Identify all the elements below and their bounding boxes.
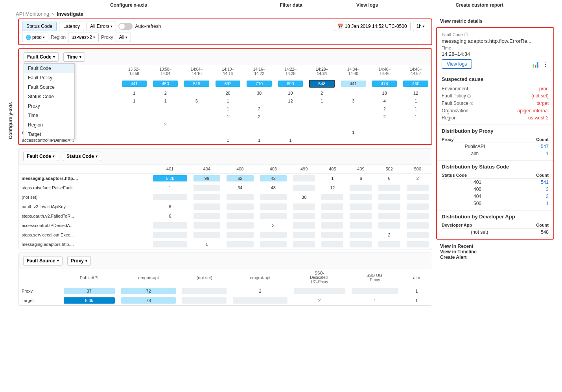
more-options-icon[interactable]: ⋮ bbox=[542, 60, 549, 68]
fault-code-dropdown-2[interactable]: Fault Code ▾ bbox=[23, 152, 58, 161]
cell[interactable]: 1 bbox=[306, 97, 337, 105]
cell[interactable]: 1 bbox=[119, 89, 150, 97]
cell[interactable]: 20 bbox=[212, 89, 243, 97]
cell[interactable]: 37 bbox=[61, 286, 118, 296]
cell[interactable]: 2 bbox=[369, 105, 400, 113]
cell[interactable]: 1 bbox=[150, 97, 181, 105]
proxy-dropdown-3[interactable]: Proxy ▾ bbox=[67, 256, 91, 266]
status-code-dropdown-2[interactable]: Status Code ▾ bbox=[63, 152, 101, 161]
proxy-dropdown[interactable]: All ▾ bbox=[116, 33, 131, 42]
cell[interactable]: 1 bbox=[318, 174, 346, 183]
cell[interactable]: 1 bbox=[212, 136, 243, 144]
cell[interactable]: 34 bbox=[223, 183, 257, 192]
cell[interactable]: 690 bbox=[275, 78, 306, 90]
cell[interactable]: 5.3k bbox=[61, 296, 118, 305]
dropdown-time[interactable]: Time bbox=[24, 111, 74, 120]
cell[interactable]: 3 bbox=[257, 221, 290, 230]
fault-code-dropdown-1[interactable]: Fault Code ▾ bbox=[24, 52, 59, 62]
region-dropdown[interactable]: us-west-2 ▾ bbox=[68, 33, 99, 42]
cell[interactable]: 2 bbox=[243, 105, 275, 113]
cell[interactable]: 710 bbox=[243, 78, 275, 90]
s2-col-2: 400 bbox=[223, 165, 257, 174]
proxy-row-label: Proxy bbox=[18, 286, 61, 296]
cell[interactable]: 78 bbox=[118, 296, 179, 305]
cell[interactable]: 6 bbox=[375, 174, 404, 183]
cell[interactable]: 2 bbox=[375, 230, 404, 240]
cell[interactable]: 1 bbox=[119, 97, 150, 105]
cell[interactable]: 1 bbox=[243, 136, 275, 144]
cell[interactable]: 96 bbox=[190, 174, 224, 183]
dropdown-proxy[interactable]: Proxy bbox=[24, 101, 74, 111]
dropdown-target[interactable]: Target bbox=[24, 130, 74, 139]
cell[interactable]: 1 bbox=[275, 136, 306, 144]
cell[interactable]: 450 bbox=[150, 78, 181, 90]
cell[interactable]: 10 bbox=[275, 89, 306, 97]
cell[interactable]: 1 bbox=[402, 286, 432, 296]
cell[interactable]: 441 bbox=[119, 78, 150, 90]
cell[interactable]: 2 bbox=[369, 113, 400, 121]
all-errors-dropdown[interactable]: All Errors ▾ bbox=[87, 22, 116, 31]
date-picker[interactable]: 📅 18 Jan 2019 14:52 UTC-0500 bbox=[334, 22, 410, 31]
cell[interactable]: 519 bbox=[181, 78, 212, 90]
cell[interactable]: 1 bbox=[190, 240, 224, 249]
cell[interactable]: 460 bbox=[400, 78, 431, 90]
cell[interactable]: 1 bbox=[348, 296, 402, 305]
duration-dropdown[interactable]: 1h ▾ bbox=[413, 22, 428, 31]
fault-source-dropdown[interactable]: Fault Source ▾ bbox=[23, 256, 63, 266]
time-dropdown-1[interactable]: Time ▾ bbox=[63, 52, 85, 62]
cell[interactable]: 2 bbox=[150, 89, 181, 97]
dropdown-status-code[interactable]: Status Code bbox=[24, 92, 74, 101]
cell[interactable]: 30 bbox=[290, 192, 318, 202]
view-logs-button[interactable]: View logs bbox=[442, 59, 472, 69]
dropdown-fault-policy[interactable]: Fault Policy bbox=[24, 73, 74, 82]
cell[interactable]: 6 bbox=[181, 97, 212, 105]
s3-col-1: emgmt-api bbox=[118, 269, 179, 286]
row-label: accesscontrol.IPDeniedA... bbox=[18, 221, 150, 230]
cell[interactable]: 48 bbox=[257, 183, 290, 192]
cell[interactable]: 441 bbox=[338, 78, 369, 90]
cell[interactable]: 2 bbox=[291, 296, 348, 305]
cell[interactable]: 2 bbox=[243, 113, 275, 121]
cell[interactable]: 72 bbox=[118, 286, 179, 296]
cell[interactable]: 6 bbox=[150, 211, 190, 221]
cell[interactable]: 1 bbox=[212, 97, 243, 105]
env-dropdown[interactable]: 🌐 prod ▾ bbox=[22, 33, 48, 42]
cell[interactable]: 12 bbox=[400, 89, 431, 97]
latency-tab[interactable]: Latency bbox=[59, 22, 84, 31]
dropdown-fault-code[interactable]: Fault Code bbox=[24, 64, 74, 73]
cell[interactable]: 62 bbox=[223, 174, 257, 183]
cell[interactable]: 6 bbox=[150, 202, 190, 211]
cell[interactable]: 1 bbox=[400, 105, 431, 113]
chart-icon[interactable]: 📊 bbox=[531, 60, 539, 68]
cell-selected[interactable]: 548 bbox=[306, 78, 337, 90]
cell[interactable]: 18 bbox=[369, 89, 400, 97]
dropdown-region[interactable]: Region bbox=[24, 120, 74, 130]
cell[interactable]: 12 bbox=[275, 97, 306, 105]
row-label: messaging.adaptors.http.... bbox=[18, 240, 150, 249]
cell[interactable]: 30 bbox=[243, 89, 275, 97]
cell[interactable]: 5.2k bbox=[150, 174, 190, 183]
cell[interactable]: 6 bbox=[346, 174, 375, 183]
cell[interactable]: 1 bbox=[338, 128, 369, 136]
cell[interactable]: 3 bbox=[338, 97, 369, 105]
cell[interactable]: 12 bbox=[318, 183, 346, 192]
cell[interactable]: 42 bbox=[257, 174, 290, 183]
dist-status-header-count: Count bbox=[513, 172, 549, 179]
cell[interactable]: 474 bbox=[369, 78, 400, 90]
cell[interactable]: 1 bbox=[400, 113, 431, 121]
cell[interactable]: 1 bbox=[400, 97, 431, 105]
cell[interactable]: 692 bbox=[212, 78, 243, 90]
cell[interactable]: 2 bbox=[306, 89, 337, 97]
dropdown-fault-source[interactable]: Fault Source bbox=[24, 82, 74, 92]
cell[interactable]: 2 bbox=[230, 286, 290, 296]
cell[interactable]: 1 bbox=[402, 296, 432, 305]
cell[interactable]: 1 bbox=[212, 113, 243, 121]
status-code-tab[interactable]: Status Code bbox=[22, 22, 57, 31]
cell[interactable]: 2 bbox=[404, 174, 432, 183]
cell[interactable]: 2 bbox=[150, 121, 181, 128]
auto-refresh-toggle[interactable] bbox=[118, 23, 133, 30]
cell[interactable]: 1 bbox=[212, 105, 243, 113]
fault-source-info-icon: ⓘ bbox=[470, 102, 473, 106]
cell[interactable]: 4 bbox=[369, 97, 400, 105]
cell[interactable]: 1 bbox=[150, 183, 190, 192]
